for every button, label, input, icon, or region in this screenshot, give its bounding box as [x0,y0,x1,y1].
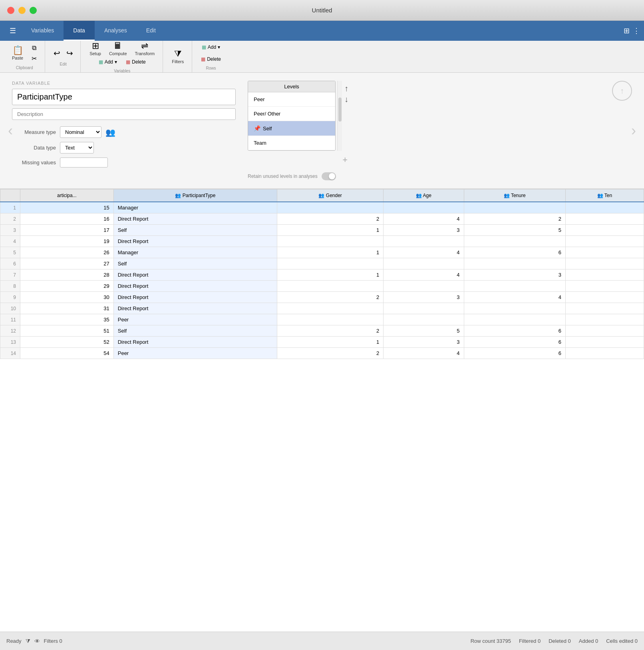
copy-button[interactable]: ⧉ [28,44,40,52]
table-row[interactable]: 216Direct Report242 [0,213,644,225]
cell-rownum-9[interactable]: 9 [0,292,20,303]
cell-id-4[interactable]: 19 [20,236,114,247]
more-options-button[interactable]: ⋮ [633,26,640,35]
cell-rownum-10[interactable]: 10 [0,303,20,314]
cell-gender-10[interactable] [277,303,384,314]
cell-id-8[interactable]: 29 [20,281,114,292]
nav-next-button[interactable]: › [627,118,640,143]
add-level-button[interactable]: + [341,153,349,167]
cell-tenure-2[interactable]: 2 [464,213,565,225]
cell-ten2-3[interactable] [565,225,644,236]
cell-age-5[interactable]: 4 [384,247,464,258]
tab-analyses[interactable]: Analyses [95,21,137,41]
measure-type-select[interactable]: Nominal Ordinal Continuous ID [60,126,101,138]
maximize-button[interactable] [30,7,37,14]
cell-ten2-14[interactable] [565,348,644,359]
add-row-button[interactable]: ▦ Add ▾ [199,43,223,52]
nav-prev-button[interactable]: ‹ [4,118,17,143]
cell-gender-12[interactable]: 2 [277,325,384,337]
tab-variables[interactable]: Variables [22,21,64,41]
cell-participantType-4[interactable]: Direct Report [113,236,277,247]
cell-tenure-4[interactable] [464,236,565,247]
cell-ten2-2[interactable] [565,213,644,225]
cell-rownum-1[interactable]: 1 [0,202,20,213]
cell-ten2-11[interactable] [565,314,644,325]
cell-rownum-8[interactable]: 8 [0,281,20,292]
table-row[interactable]: 627Self [0,258,644,269]
cell-tenure-3[interactable]: 5 [464,225,565,236]
cell-tenure-5[interactable]: 6 [464,247,565,258]
hamburger-menu-button[interactable]: ☰ [4,21,22,41]
cell-age-3[interactable]: 3 [384,225,464,236]
table-row[interactable]: 1352Direct Report136 [0,337,644,348]
cell-participantType-11[interactable]: Peer [113,314,277,325]
cell-ten2-13[interactable] [565,337,644,348]
cell-participantType-8[interactable]: Direct Report [113,281,277,292]
col-header-ten2[interactable]: 👥 Ten [565,189,644,202]
level-up-button[interactable]: ↑ [344,83,349,94]
delete-variable-button[interactable]: ▦ Delete [123,58,149,66]
cut-button[interactable]: ✂ [28,54,40,63]
cell-tenure-9[interactable]: 4 [464,292,565,303]
cell-participantType-1[interactable]: Manager [113,202,277,213]
cell-age-7[interactable]: 4 [384,269,464,281]
cell-id-5[interactable]: 26 [20,247,114,258]
cell-age-11[interactable] [384,314,464,325]
table-row[interactable]: 1251Self256 [0,325,644,337]
cell-participantType-5[interactable]: Manager [113,247,277,258]
cell-tenure-13[interactable]: 6 [464,337,565,348]
cell-id-13[interactable]: 52 [20,337,114,348]
cell-ten2-7[interactable] [565,269,644,281]
level-item-team[interactable]: Team [248,136,335,150]
filter-icon[interactable]: ⧩ [26,638,30,644]
table-row[interactable]: 930Direct Report234 [0,292,644,303]
cell-age-10[interactable] [384,303,464,314]
cell-age-4[interactable] [384,236,464,247]
cell-id-14[interactable]: 54 [20,348,114,359]
table-row[interactable]: 1135Peer [0,314,644,325]
cell-rownum-2[interactable]: 2 [0,213,20,225]
cell-rownum-13[interactable]: 13 [0,337,20,348]
cell-age-9[interactable]: 3 [384,292,464,303]
cell-gender-8[interactable] [277,281,384,292]
missing-values-input[interactable] [60,158,108,167]
cell-id-11[interactable]: 35 [20,314,114,325]
cell-participantType-9[interactable]: Direct Report [113,292,277,303]
cell-participantType-7[interactable]: Direct Report [113,269,277,281]
cell-ten2-6[interactable] [565,258,644,269]
cell-ten2-10[interactable] [565,303,644,314]
cell-age-13[interactable]: 3 [384,337,464,348]
cell-id-7[interactable]: 28 [20,269,114,281]
cell-id-6[interactable]: 27 [20,258,114,269]
table-row[interactable]: 526Manager146 [0,247,644,258]
cell-tenure-11[interactable] [464,314,565,325]
cell-age-1[interactable] [384,202,464,213]
cell-ten2-1[interactable] [565,202,644,213]
close-button[interactable] [7,7,14,14]
cell-rownum-5[interactable]: 5 [0,247,20,258]
table-row[interactable]: 728Direct Report143 [0,269,644,281]
cell-gender-4[interactable] [277,236,384,247]
data-table-container[interactable]: articipa... 👥 ParticipantType 👥 Gender 👥… [0,189,644,632]
cell-gender-7[interactable]: 1 [277,269,384,281]
paste-button[interactable]: 📋 Paste [9,44,26,62]
cell-rownum-12[interactable]: 12 [0,325,20,337]
cell-participantType-14[interactable]: Peer [113,348,277,359]
col-header-id[interactable]: articipa... [20,189,114,202]
level-item-peer-other[interactable]: Peer/ Other [248,107,335,121]
cell-rownum-11[interactable]: 11 [0,314,20,325]
cell-tenure-7[interactable]: 3 [464,269,565,281]
cell-rownum-7[interactable]: 7 [0,269,20,281]
table-row[interactable]: 419Direct Report [0,236,644,247]
cell-rownum-4[interactable]: 4 [0,236,20,247]
cell-gender-13[interactable]: 1 [277,337,384,348]
cell-id-12[interactable]: 51 [20,325,114,337]
hide-icon[interactable]: 👁 [34,638,40,644]
cell-ten2-9[interactable] [565,292,644,303]
cell-ten2-5[interactable] [565,247,644,258]
add-variable-button[interactable]: ▦ Add ▾ [95,58,120,66]
cell-ten2-8[interactable] [565,281,644,292]
cell-id-1[interactable]: 15 [20,202,114,213]
cell-age-14[interactable]: 4 [384,348,464,359]
cell-tenure-6[interactable] [464,258,565,269]
